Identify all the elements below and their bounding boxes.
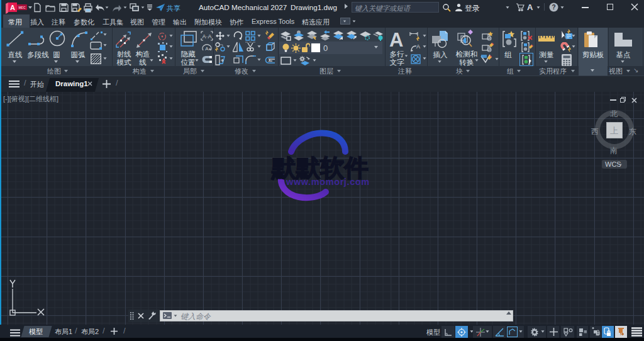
svg-text:?: ? bbox=[552, 4, 555, 11]
svg-text:MEC: MEC bbox=[18, 6, 26, 9]
svg-text:A: A bbox=[416, 43, 420, 50]
svg-text:A·A: A·A bbox=[202, 33, 211, 40]
svg-text:A: A bbox=[205, 46, 209, 52]
svg-text:A: A bbox=[10, 4, 15, 11]
